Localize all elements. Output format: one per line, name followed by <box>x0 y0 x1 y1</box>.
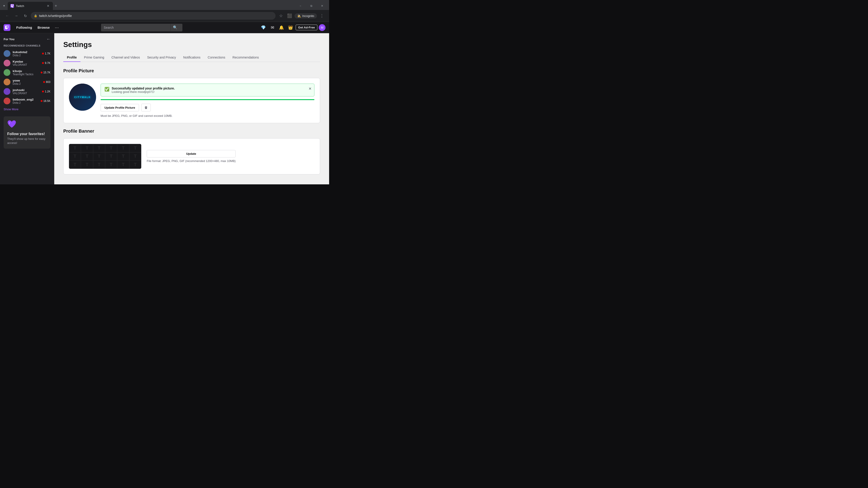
banner-twitch-icon: T <box>110 162 113 167</box>
live-dot-yowe <box>43 81 45 83</box>
live-dot-k3soju <box>41 72 42 73</box>
delete-profile-picture-button[interactable] <box>141 104 151 111</box>
channel-item-joshseki[interactable]: joshseki VALORANT 1.2K <box>0 87 54 96</box>
active-tab[interactable]: Twitch ✕ <box>8 2 53 10</box>
secure-icon: 🔒 <box>34 14 37 18</box>
banner-cell: T <box>117 152 129 161</box>
channel-game-k3soju: Teamfight Tactics <box>13 73 38 76</box>
new-tab-button[interactable]: + <box>53 4 59 8</box>
banner-cell: T <box>129 160 141 169</box>
banner-cell: T <box>129 144 141 152</box>
minimize-button[interactable]: − <box>295 2 306 10</box>
update-profile-picture-button[interactable]: Update Profile Picture <box>101 104 139 111</box>
forward-button[interactable]: → <box>13 12 20 20</box>
channel-item-kukudota2[interactable]: kukudota2 Dota 2 1.7K <box>0 49 54 58</box>
channel-game-kukudota2: Dota 2 <box>13 54 40 57</box>
banner-twitch-icon: T <box>134 154 136 159</box>
prime-icon[interactable]: 👑 <box>287 24 294 31</box>
notifications-icon[interactable]: 🔔 <box>278 24 285 31</box>
tab-notifications[interactable]: Notifications <box>180 53 204 62</box>
get-ad-free-button[interactable]: Get Ad-Free <box>296 25 317 30</box>
profile-banner-section-title: Profile Banner <box>63 129 320 134</box>
back-button[interactable]: ← <box>4 12 11 20</box>
bits-icon[interactable]: 💎 <box>259 24 267 31</box>
tab-close-button[interactable]: ✕ <box>46 4 50 8</box>
live-indicator-yowe: 803 <box>43 80 51 84</box>
browse-link[interactable]: Browse <box>35 24 52 31</box>
settings-tabs: Profile Prime Gaming Channel and Videos … <box>63 53 320 62</box>
success-title: Successfully updated your profile pictur… <box>112 87 311 90</box>
channel-avatar-yowe <box>4 78 10 86</box>
tab-recommendations[interactable]: Recommendations <box>229 53 263 62</box>
viewer-count-kukudota2: 1.7K <box>45 52 51 55</box>
channel-avatar-k3soju <box>4 69 10 76</box>
maximize-button[interactable]: ⧉ <box>306 2 316 10</box>
inbox-icon[interactable]: ✉ <box>269 24 276 31</box>
tab-connections[interactable]: Connections <box>204 53 229 62</box>
channel-avatar-betboom <box>4 98 10 104</box>
live-indicator-kukudota2: 1.7K <box>42 52 51 55</box>
following-link[interactable]: Following <box>14 24 34 31</box>
progress-bar-fill <box>101 99 314 100</box>
sidebar: For You ← RECOMMENDED CHANNELS kukudota2… <box>0 33 54 184</box>
refresh-button[interactable]: ↻ <box>22 12 29 20</box>
channel-item-kyedae[interactable]: Kyedae VALORANT 9.7K <box>0 58 54 68</box>
channel-item-yowe[interactable]: yowe Dota 2 803 <box>0 77 54 87</box>
channel-game-joshseki: VALORANT <box>13 92 40 95</box>
tab-back-arrow[interactable]: ▼ <box>2 3 6 8</box>
banner-cell: T <box>69 144 81 152</box>
url-text: twitch.tv/settings/profile <box>39 14 272 18</box>
tab-security-privacy[interactable]: Security and Privacy <box>144 53 180 62</box>
user-avatar[interactable]: M <box>319 24 326 31</box>
success-close-button[interactable]: ✕ <box>309 87 311 91</box>
channel-avatar-kukudota2 <box>4 50 10 57</box>
banner-twitch-icon: T <box>122 154 125 159</box>
channel-name-yowe: yowe <box>13 79 41 82</box>
live-indicator-k3soju: 15.7K <box>41 71 51 74</box>
follow-card-subtitle: They'll show up here for easy access! <box>7 137 47 145</box>
live-dot-betboom <box>41 100 42 102</box>
search-bar[interactable]: 🔍 <box>101 24 182 31</box>
tab-channel-videos[interactable]: Channel and Videos <box>108 53 144 62</box>
window-controls: − ⧉ ✕ <box>295 2 327 10</box>
banner-cell: T <box>129 152 141 161</box>
more-nav-button[interactable]: ⋯ <box>53 24 61 31</box>
banner-twitch-icon: T <box>122 162 125 167</box>
success-text: Successfully updated your profile pictur… <box>112 87 311 94</box>
tab-title: Twitch <box>16 4 44 8</box>
profile-picture-preview: CITYWALK <box>69 84 96 111</box>
update-banner-button[interactable]: Update <box>147 150 236 158</box>
viewer-count-kyedae: 9.7K <box>45 61 51 65</box>
profile-picture-content: CITYWALK ✅ Successfully updated your pro… <box>69 84 314 118</box>
banner-cell: T <box>93 144 105 152</box>
tab-profile[interactable]: Profile <box>63 53 81 62</box>
search-input[interactable] <box>104 26 168 29</box>
banner-twitch-icon: T <box>98 145 100 151</box>
twitch-logo[interactable] <box>4 24 10 31</box>
follow-card: Follow your favorites! They'll show up h… <box>4 116 51 149</box>
channel-item-betboom[interactable]: betboom_eng2 Dota 2 18.5K <box>0 96 54 106</box>
bookmark-icon[interactable]: ☆ <box>277 12 285 20</box>
show-more-button[interactable]: Show More <box>0 106 54 113</box>
sidebar-header: For You ← <box>0 37 54 44</box>
channel-info-joshseki: joshseki VALORANT <box>13 88 40 95</box>
channel-avatar-kyedae <box>4 60 10 66</box>
success-banner: ✅ Successfully updated your profile pict… <box>101 84 314 96</box>
banner-action-buttons: Update File format: JPEG, PNG, GIF (reco… <box>147 150 236 163</box>
browser-menu-button[interactable]: ⋮ <box>318 12 326 20</box>
channel-game-kyedae: VALORANT <box>13 63 40 66</box>
success-subtitle: Looking good there moodjoy071! <box>112 90 311 94</box>
address-bar: ← → ↻ 🔒 twitch.tv/settings/profile ☆ ⬛ 🕵… <box>0 10 329 22</box>
live-dot-kukudota2 <box>42 53 44 55</box>
banner-twitch-icon: T <box>74 162 76 167</box>
channel-item-k3soju[interactable]: k3soju Teamfight Tactics 15.7K <box>0 68 54 77</box>
sidebar-collapse-icon[interactable]: ← <box>46 37 51 41</box>
close-window-button[interactable]: ✕ <box>317 2 327 10</box>
extension-icon[interactable]: ⬛ <box>286 12 293 20</box>
tab-prime-gaming[interactable]: Prime Gaming <box>81 53 108 62</box>
banner-twitch-icon: T <box>86 154 88 159</box>
url-bar[interactable]: 🔒 twitch.tv/settings/profile <box>31 12 276 20</box>
incognito-button[interactable]: 🕵️ Incognito <box>294 13 317 19</box>
banner-twitch-icon: T <box>122 145 125 151</box>
search-button[interactable]: 🔍 <box>170 24 180 31</box>
